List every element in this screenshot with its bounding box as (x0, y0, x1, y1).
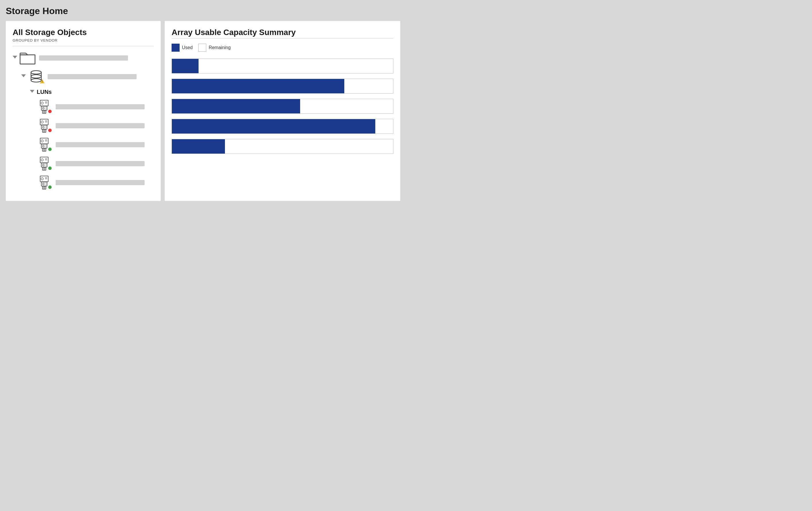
panel-right-heading: Array Usable Capacity Summary (172, 28, 394, 37)
capacity-bar-row-2 (172, 79, 394, 93)
capacity-bar-row-3 (172, 99, 394, 114)
array-icon-wrap: ! (28, 68, 44, 85)
lun-icon-wrap-3 (38, 137, 52, 152)
legend-used-label: Used (182, 45, 193, 50)
lun-status-badge-5 (48, 185, 52, 190)
svg-point-11 (42, 107, 44, 109)
lun-status-badge-2 (48, 128, 52, 133)
lun-status-badge-3 (48, 147, 52, 151)
svg-point-31 (42, 145, 44, 147)
panel-left-subheading: GROUPED BY VENDOR (12, 38, 154, 42)
bar-remaining-3 (300, 99, 393, 113)
svg-rect-14 (42, 111, 46, 113)
bar-used-5 (172, 139, 225, 153)
capacity-bar-row-1 (172, 59, 394, 74)
lun-4-label-bar (56, 161, 145, 166)
bar-remaining-1 (199, 59, 393, 73)
lun-icon-wrap-2 (38, 118, 52, 133)
capacity-bar-5 (172, 139, 394, 154)
svg-point-1 (31, 70, 41, 74)
bar-used-4 (172, 119, 375, 134)
svg-point-27 (41, 140, 43, 142)
capacity-bar-3 (172, 99, 394, 114)
svg-point-7 (41, 102, 43, 104)
legend-used-box (172, 44, 180, 52)
svg-point-2 (31, 75, 41, 78)
legend-used: Used (172, 44, 193, 52)
page-title: Storage Home (6, 6, 400, 17)
capacity-bar-4 (172, 119, 394, 134)
warning-badge: ! (39, 79, 45, 85)
svg-point-17 (41, 121, 43, 123)
svg-point-45 (44, 168, 45, 170)
lun-status-badge-4 (48, 166, 52, 171)
lun-icon-wrap-4 (38, 156, 52, 171)
panel-left-heading: All Storage Objects (12, 28, 154, 37)
svg-rect-24 (42, 130, 46, 132)
lun-item-5[interactable] (12, 175, 154, 190)
svg-text:!: ! (41, 80, 42, 83)
array-row[interactable]: ! (12, 68, 154, 85)
capacity-bar-2 (172, 79, 394, 93)
legend-remaining: Remaining (198, 44, 230, 52)
capacity-bar-row-5 (172, 139, 394, 154)
vendor-label-bar (39, 55, 128, 61)
lun-2-label-bar (56, 123, 145, 128)
bar-used-3 (172, 99, 300, 113)
svg-point-41 (42, 164, 44, 166)
bar-remaining-4 (375, 119, 393, 134)
vendor-row[interactable] (12, 51, 154, 65)
svg-point-21 (42, 126, 44, 128)
svg-point-51 (42, 183, 44, 185)
svg-point-47 (41, 178, 43, 180)
lun-5-label-bar (56, 180, 145, 185)
lun-item-3[interactable] (12, 137, 154, 152)
legend-remaining-label: Remaining (209, 45, 230, 50)
lun-item-2[interactable] (12, 118, 154, 133)
legend-remaining-box (198, 44, 206, 52)
svg-rect-44 (42, 167, 46, 170)
luns-heading-label: LUNs (37, 89, 52, 95)
folder-icon (20, 51, 36, 65)
bar-used-1 (172, 59, 199, 73)
right-panel: Array Usable Capacity Summary Used Remai… (165, 21, 400, 201)
array-label-bar (48, 74, 137, 79)
svg-point-55 (44, 187, 45, 189)
chevron-array (21, 74, 26, 79)
lun-icon-wrap-5 (38, 175, 52, 190)
svg-rect-54 (42, 186, 46, 189)
left-panel: All Storage Objects GROUPED BY VENDOR (6, 21, 161, 201)
svg-rect-34 (42, 148, 46, 151)
lun-3-label-bar (56, 142, 145, 147)
capacity-bar-1 (172, 59, 394, 74)
chevron-luns (30, 90, 34, 94)
luns-heading-row[interactable]: LUNs (12, 89, 154, 95)
capacity-legend: Used Remaining (172, 44, 394, 52)
svg-point-25 (44, 130, 45, 132)
capacity-bar-row-4 (172, 119, 394, 134)
svg-rect-0 (20, 55, 35, 64)
lun-icon-wrap-1 (38, 99, 52, 114)
lun-item-4[interactable] (12, 156, 154, 171)
svg-point-35 (44, 149, 45, 151)
bar-remaining-5 (225, 139, 393, 153)
divider (12, 46, 154, 46)
svg-point-15 (44, 111, 45, 113)
chevron-vendor (12, 56, 17, 60)
lun-item-1[interactable] (12, 99, 154, 114)
right-divider (172, 38, 394, 38)
lun-status-badge-1 (48, 109, 52, 114)
lun-1-label-bar (56, 104, 145, 109)
bar-used-2 (172, 79, 344, 93)
bar-remaining-2 (344, 79, 393, 93)
svg-point-37 (41, 159, 43, 161)
